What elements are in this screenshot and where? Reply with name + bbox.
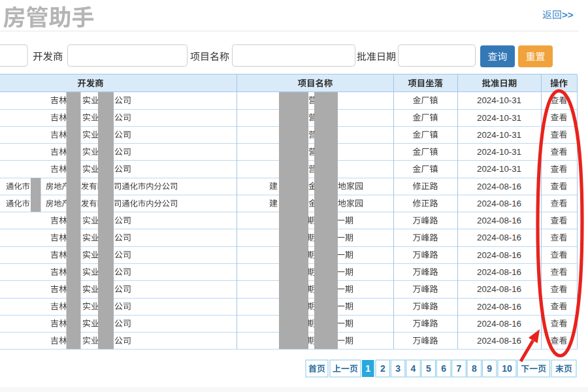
svg-text:2024-08-16: 2024-08-16	[477, 216, 521, 225]
svg-text:3: 3	[395, 363, 400, 374]
svg-text:2: 2	[380, 363, 385, 374]
svg-text:2024-08-16: 2024-08-16	[477, 336, 521, 346]
svg-text:1: 1	[365, 363, 370, 374]
svg-text:2024-08-16: 2024-08-16	[477, 182, 521, 191]
svg-text:2024-10-31: 2024-10-31	[477, 113, 521, 123]
svg-text:7: 7	[457, 363, 462, 374]
svg-text:>>: >>	[562, 9, 574, 20]
svg-text:2024-10-31: 2024-10-31	[477, 164, 521, 174]
svg-text:2024-08-16: 2024-08-16	[477, 199, 521, 208]
svg-text:2024-08-16: 2024-08-16	[477, 233, 521, 242]
svg-text:2024-08-16: 2024-08-16	[477, 302, 521, 312]
svg-text:2024-08-16: 2024-08-16	[477, 267, 521, 277]
svg-text:2024-10-31: 2024-10-31	[477, 130, 521, 140]
svg-text:5: 5	[426, 363, 431, 374]
svg-text:2024-10-31: 2024-10-31	[477, 95, 521, 105]
svg-text:4: 4	[411, 363, 416, 374]
svg-text:9: 9	[487, 363, 492, 374]
svg-text:2024-10-31: 2024-10-31	[477, 147, 521, 157]
svg-text:2024-08-16: 2024-08-16	[477, 319, 521, 329]
svg-text:2024-08-16: 2024-08-16	[477, 284, 521, 294]
svg-text:6: 6	[441, 363, 446, 374]
svg-text:2024-08-16: 2024-08-16	[477, 250, 521, 260]
svg-text:10: 10	[502, 363, 512, 374]
svg-text:8: 8	[472, 363, 477, 374]
